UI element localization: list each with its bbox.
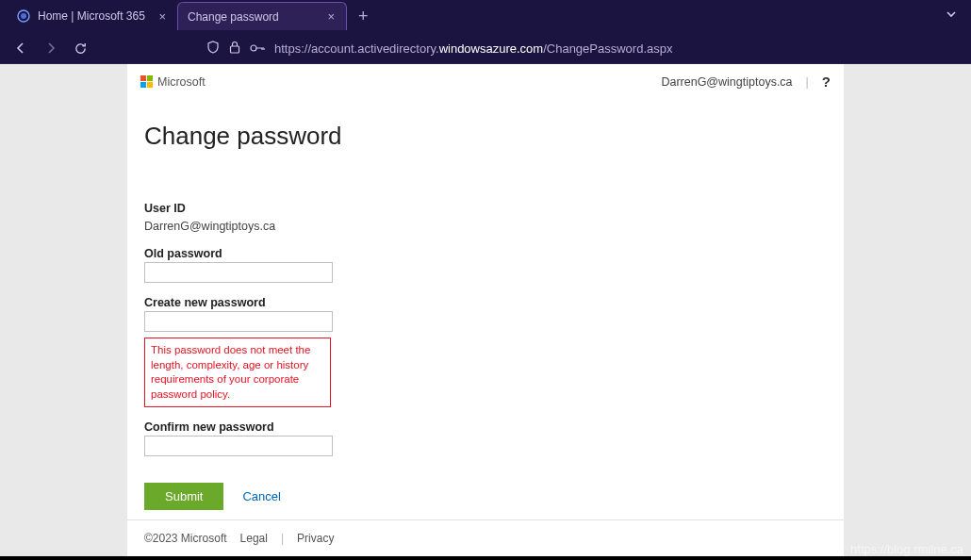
key-icon [250,41,265,56]
confirm-password-block: Confirm new password [144,420,827,456]
microsoft-logo: Microsoft [140,75,206,89]
tab-title: Home | Microsoft 365 [38,9,149,23]
footer-legal-link[interactable]: Legal [240,532,268,545]
svg-point-3 [251,45,256,51]
old-password-label: Old password [144,247,827,260]
cancel-link[interactable]: Cancel [242,489,280,503]
new-password-label: Create new password [144,296,827,309]
page-title: Change password [144,122,827,151]
page-body: Change password User ID DarrenG@wingtipt… [127,95,844,519]
shield-icon [206,41,220,57]
toolbar: https://account.activedirectory.windowsa… [0,32,971,64]
tab-bar: Home | Microsoft 365 × Change password ×… [0,0,971,32]
back-button[interactable] [13,41,28,56]
address-bar[interactable]: https://account.activedirectory.windowsa… [206,41,672,57]
microsoft-logo-icon [140,75,153,88]
close-icon[interactable]: × [156,9,168,24]
divider: | [806,75,809,89]
confirm-password-label: Confirm new password [144,420,827,434]
user-id-label: User ID [144,202,827,215]
old-password-block: Old password [144,247,827,283]
new-tab-button[interactable]: + [347,7,380,26]
footer-copyright: ©2023 Microsoft [144,532,227,545]
old-password-input[interactable] [144,262,333,283]
user-id-block: User ID DarrenG@wingtiptoys.ca [144,202,827,234]
svg-point-1 [21,13,26,19]
header-user-email: DarrenG@wingtiptoys.ca [661,75,792,89]
tab-home-m365[interactable]: Home | Microsoft 365 × [8,2,177,30]
divider: | [281,532,284,545]
browser-chrome: Home | Microsoft 365 × Change password ×… [0,0,971,64]
user-id-value: DarrenG@wingtiptoys.ca [144,220,275,233]
submit-button[interactable]: Submit [144,483,223,510]
footer-privacy-link[interactable]: Privacy [297,532,334,545]
tab-title: Change password [188,10,318,24]
page-header: Microsoft DarrenG@wingtiptoys.ca | ? [127,64,844,95]
viewport: Microsoft DarrenG@wingtiptoys.ca | ? Cha… [0,64,971,556]
url-text: https://account.activedirectory.windowsa… [274,41,672,56]
m365-favicon [17,9,30,23]
new-password-input[interactable] [144,311,333,332]
svg-rect-2 [231,46,239,53]
tabs-overflow-icon[interactable] [945,8,958,25]
close-icon[interactable]: × [325,9,337,24]
page: Microsoft DarrenG@wingtiptoys.ca | ? Cha… [127,64,844,556]
confirm-password-input[interactable] [144,436,333,456]
help-icon[interactable]: ? [822,74,831,90]
lock-icon [229,41,240,57]
password-error-message: This password does not meet the length, … [144,338,331,407]
new-password-block: Create new password This password does n… [144,296,827,407]
reload-button[interactable] [74,41,88,56]
form-actions: Submit Cancel [144,483,827,510]
page-footer: ©2023 Microsoft Legal | Privacy [127,519,844,556]
brand-text: Microsoft [157,75,206,89]
tab-change-password[interactable]: Change password × [177,2,347,30]
forward-button[interactable] [43,41,58,56]
